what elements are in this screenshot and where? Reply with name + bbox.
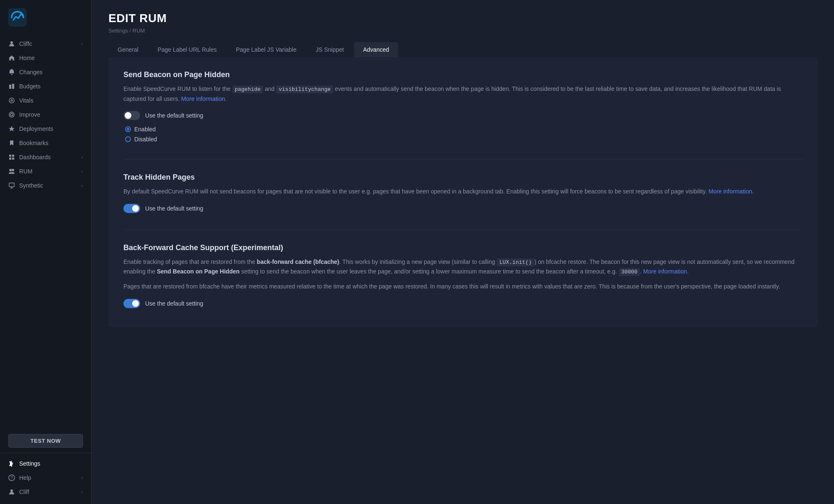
section-title-send-beacon: Send Beacon on Page Hidden (123, 70, 802, 79)
section-title-track-hidden: Track Hidden Pages (123, 173, 802, 182)
sidebar-item-deployments[interactable]: Deployments (0, 122, 91, 136)
svg-rect-9 (9, 155, 11, 157)
sidebar-item-home[interactable]: Home (0, 51, 91, 65)
page-header: EDIT RUM Settings / RUM (92, 0, 834, 34)
section-desc-bfcache-1: Enable tracking of pages that are restor… (123, 257, 802, 277)
svg-rect-15 (9, 183, 14, 187)
sidebar-item-settings[interactable]: Settings (0, 456, 91, 471)
section-divider-1 (123, 159, 802, 160)
chevron-right-icon: › (81, 489, 83, 494)
svg-point-14 (12, 169, 14, 171)
tab-general[interactable]: General (108, 42, 148, 57)
sidebar-item-changes[interactable]: Changes (0, 65, 91, 79)
svg-point-13 (9, 169, 12, 171)
toggle-thumb (132, 300, 139, 307)
sidebar-item-cliffc[interactable]: Cliffc › (0, 37, 91, 51)
main-content: EDIT RUM Settings / RUM General Page Lab… (92, 0, 834, 504)
improve-icon (8, 111, 15, 118)
tab-advanced[interactable]: Advanced (354, 42, 398, 57)
sidebar-item-label: Improve (19, 111, 40, 118)
svg-point-6 (9, 112, 14, 117)
toggle-row-track-hidden: Use the default setting (123, 204, 802, 213)
more-info-link-3[interactable]: More information (643, 268, 687, 275)
chevron-right-icon: › (81, 183, 83, 188)
sidebar-item-label: Help (19, 474, 31, 481)
sidebar-item-bookmarks[interactable]: Bookmarks (0, 136, 91, 150)
sidebar-item-label: Changes (19, 69, 43, 75)
radio-label-enabled: Enabled (134, 126, 156, 133)
radio-dot-enabled (125, 126, 131, 132)
section-desc-bfcache-2: Pages that are restored from bfcache hav… (123, 282, 802, 291)
sidebar-item-synthetic[interactable]: Synthetic › (0, 178, 91, 193)
svg-text:?: ? (10, 476, 13, 480)
bell-icon (8, 69, 15, 75)
svg-point-20 (10, 489, 13, 492)
section-title-bfcache: Back-Forward Cache Support (Experimental… (123, 243, 802, 252)
section-divider-2 (123, 230, 802, 230)
cliff-user-icon (8, 489, 15, 495)
sidebar-item-label: Synthetic (19, 182, 43, 189)
chevron-right-icon: › (81, 155, 83, 160)
send-beacon-toggle[interactable] (123, 111, 140, 120)
breadcrumb: Settings / RUM (108, 28, 817, 34)
toggle-label-send-beacon: Use the default setting (145, 112, 203, 119)
chevron-right-icon: › (81, 41, 83, 46)
radio-disabled[interactable]: Disabled (125, 136, 802, 143)
tab-page-label-js[interactable]: Page Label JS Variable (227, 42, 306, 57)
svg-rect-3 (12, 84, 14, 89)
sidebar-nav: Cliffc › Home Changes Budgets Vitals (0, 33, 91, 429)
toggle-row-send-beacon: Use the default setting (123, 111, 802, 120)
section-desc-send-beacon: Enable SpeedCurve RUM to listen for the … (123, 84, 802, 103)
vitals-icon (8, 97, 15, 104)
section-desc-track-hidden: By default SpeedCurve RUM will not send … (123, 187, 802, 196)
svg-point-7 (10, 113, 13, 116)
sidebar-item-budgets[interactable]: Budgets (0, 79, 91, 93)
sidebar-item-label: Dashboards (19, 154, 51, 160)
sidebar-item-vitals[interactable]: Vitals (0, 93, 91, 108)
dashboards-icon (8, 154, 15, 160)
svg-point-1 (10, 41, 13, 44)
more-info-link-2[interactable]: More information (708, 188, 752, 195)
svg-point-4 (9, 98, 14, 103)
toggle-track[interactable] (123, 111, 140, 120)
sidebar-bottom: Settings ? Help › Cliff › (0, 453, 91, 504)
radio-label-disabled: Disabled (134, 136, 157, 143)
track-hidden-toggle[interactable] (123, 204, 140, 213)
test-now-button[interactable]: TEST NOW (8, 434, 83, 448)
page-title: EDIT RUM (108, 12, 817, 25)
sidebar-item-label: Deployments (19, 125, 53, 132)
radio-group-send-beacon: Enabled Disabled (125, 126, 802, 143)
sidebar-item-label: RUM (19, 168, 33, 175)
toggle-track[interactable] (123, 299, 140, 308)
tab-page-label-url[interactable]: Page Label URL Rules (148, 42, 226, 57)
more-info-link[interactable]: More information (181, 95, 225, 102)
toggle-label-track-hidden: Use the default setting (145, 205, 203, 212)
radio-enabled[interactable]: Enabled (125, 126, 802, 133)
sidebar-item-rum[interactable]: RUM › (0, 164, 91, 178)
svg-rect-2 (9, 85, 11, 89)
sidebar-item-cliff[interactable]: Cliff › (0, 485, 91, 499)
sidebar-item-label: Cliff (19, 489, 29, 495)
sidebar-item-label: Cliffc (19, 40, 32, 47)
svg-rect-10 (12, 155, 14, 157)
radio-dot-disabled (125, 136, 131, 142)
sidebar-item-label: Settings (19, 460, 40, 467)
tab-js-snippet[interactable]: JS Snippet (306, 42, 353, 57)
logo-area (0, 0, 91, 33)
sidebar-item-dashboards[interactable]: Dashboards › (0, 150, 91, 164)
chevron-right-icon: › (81, 169, 83, 174)
svg-point-5 (11, 100, 13, 101)
toggle-row-bfcache: Use the default setting (123, 299, 802, 308)
bfcache-toggle[interactable] (123, 299, 140, 308)
sidebar-item-label: Budgets (19, 83, 40, 90)
home-icon (8, 55, 15, 61)
sidebar-item-label: Home (19, 55, 35, 61)
rum-icon (8, 168, 15, 175)
breadcrumb-settings[interactable]: Settings (108, 28, 128, 34)
section-send-beacon: Send Beacon on Page Hidden Enable SpeedC… (123, 70, 802, 143)
settings-gear-icon (8, 460, 15, 467)
toggle-track[interactable] (123, 204, 140, 213)
sidebar-item-improve[interactable]: Improve (0, 108, 91, 122)
monitor-icon (8, 182, 15, 189)
sidebar-item-help[interactable]: ? Help › (0, 471, 91, 485)
